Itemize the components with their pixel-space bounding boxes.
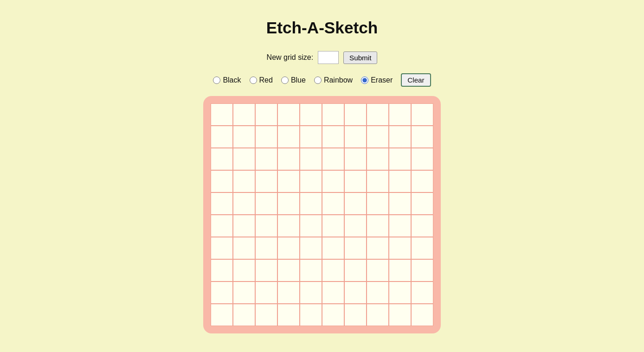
- grid-cell[interactable]: [367, 126, 389, 148]
- grid-cell[interactable]: [322, 192, 344, 215]
- grid-cell[interactable]: [389, 304, 411, 326]
- grid-cell[interactable]: [300, 282, 322, 304]
- color-option-red[interactable]: Red: [250, 76, 273, 84]
- grid-cell[interactable]: [211, 237, 233, 259]
- grid-cell[interactable]: [277, 282, 300, 304]
- grid-cell[interactable]: [300, 237, 322, 259]
- grid-cell[interactable]: [411, 148, 433, 170]
- grid-cell[interactable]: [389, 237, 411, 259]
- grid-cell[interactable]: [344, 170, 367, 192]
- grid-cell[interactable]: [233, 126, 255, 148]
- grid-cell[interactable]: [322, 259, 344, 282]
- color-option-black[interactable]: Black: [213, 76, 241, 84]
- grid-cell[interactable]: [277, 170, 300, 192]
- grid-cell[interactable]: [255, 282, 277, 304]
- grid-cell[interactable]: [211, 192, 233, 215]
- grid-cell[interactable]: [300, 304, 322, 326]
- grid-cell[interactable]: [211, 148, 233, 170]
- grid-cell[interactable]: [367, 237, 389, 259]
- radio-blue[interactable]: [281, 77, 289, 84]
- grid-cell[interactable]: [411, 215, 433, 237]
- grid-cell[interactable]: [344, 215, 367, 237]
- grid-cell[interactable]: [255, 103, 277, 126]
- grid-cell[interactable]: [367, 304, 389, 326]
- grid-cell[interactable]: [300, 126, 322, 148]
- grid-cell[interactable]: [277, 304, 300, 326]
- grid-size-input[interactable]: [318, 51, 339, 64]
- grid-cell[interactable]: [277, 148, 300, 170]
- grid-cell[interactable]: [300, 192, 322, 215]
- color-option-eraser[interactable]: Eraser: [361, 76, 393, 84]
- grid-cell[interactable]: [367, 192, 389, 215]
- grid-cell[interactable]: [233, 192, 255, 215]
- grid-cell[interactable]: [344, 126, 367, 148]
- grid-cell[interactable]: [233, 103, 255, 126]
- grid-cell[interactable]: [233, 215, 255, 237]
- grid-cell[interactable]: [255, 170, 277, 192]
- grid-cell[interactable]: [389, 148, 411, 170]
- grid-cell[interactable]: [367, 282, 389, 304]
- grid-cell[interactable]: [344, 237, 367, 259]
- grid-cell[interactable]: [233, 148, 255, 170]
- grid-cell[interactable]: [233, 259, 255, 282]
- grid-cell[interactable]: [367, 170, 389, 192]
- grid-cell[interactable]: [300, 259, 322, 282]
- grid-cell[interactable]: [389, 126, 411, 148]
- grid-cell[interactable]: [211, 126, 233, 148]
- grid-cell[interactable]: [255, 148, 277, 170]
- grid-cell[interactable]: [255, 304, 277, 326]
- radio-red[interactable]: [250, 77, 257, 84]
- grid-cell[interactable]: [411, 126, 433, 148]
- grid-cell[interactable]: [255, 215, 277, 237]
- grid-cell[interactable]: [211, 215, 233, 237]
- grid-cell[interactable]: [411, 237, 433, 259]
- grid-cell[interactable]: [277, 126, 300, 148]
- grid-cell[interactable]: [322, 126, 344, 148]
- clear-button[interactable]: Clear: [401, 73, 431, 87]
- grid-cell[interactable]: [411, 282, 433, 304]
- grid-cell[interactable]: [211, 170, 233, 192]
- grid-cell[interactable]: [389, 192, 411, 215]
- grid-cell[interactable]: [300, 215, 322, 237]
- grid-cell[interactable]: [322, 282, 344, 304]
- grid-cell[interactable]: [255, 126, 277, 148]
- grid-cell[interactable]: [411, 192, 433, 215]
- grid-cell[interactable]: [322, 304, 344, 326]
- grid-cell[interactable]: [233, 282, 255, 304]
- grid-cell[interactable]: [411, 103, 433, 126]
- color-option-rainbow[interactable]: Rainbow: [314, 76, 353, 84]
- grid-cell[interactable]: [344, 192, 367, 215]
- grid-cell[interactable]: [344, 282, 367, 304]
- grid-cell[interactable]: [344, 304, 367, 326]
- grid-cell[interactable]: [300, 103, 322, 126]
- grid-cell[interactable]: [322, 170, 344, 192]
- grid-cell[interactable]: [255, 192, 277, 215]
- grid-cell[interactable]: [277, 103, 300, 126]
- grid-cell[interactable]: [411, 304, 433, 326]
- grid-cell[interactable]: [322, 215, 344, 237]
- grid-cell[interactable]: [211, 282, 233, 304]
- grid-cell[interactable]: [389, 259, 411, 282]
- grid-cell[interactable]: [211, 304, 233, 326]
- grid-cell[interactable]: [322, 148, 344, 170]
- grid-cell[interactable]: [277, 237, 300, 259]
- grid-cell[interactable]: [233, 237, 255, 259]
- grid-cell[interactable]: [211, 103, 233, 126]
- submit-button[interactable]: Submit: [343, 51, 377, 64]
- grid-cell[interactable]: [277, 192, 300, 215]
- grid-cell[interactable]: [255, 259, 277, 282]
- grid-cell[interactable]: [322, 103, 344, 126]
- grid-cell[interactable]: [344, 148, 367, 170]
- grid-cell[interactable]: [389, 282, 411, 304]
- grid-cell[interactable]: [411, 170, 433, 192]
- grid-cell[interactable]: [367, 103, 389, 126]
- grid-cell[interactable]: [233, 170, 255, 192]
- grid-cell[interactable]: [411, 259, 433, 282]
- grid-cell[interactable]: [300, 148, 322, 170]
- grid-cell[interactable]: [233, 304, 255, 326]
- grid-cell[interactable]: [255, 237, 277, 259]
- grid-cell[interactable]: [389, 215, 411, 237]
- radio-rainbow[interactable]: [314, 77, 322, 84]
- grid-cell[interactable]: [367, 148, 389, 170]
- grid-cell[interactable]: [367, 259, 389, 282]
